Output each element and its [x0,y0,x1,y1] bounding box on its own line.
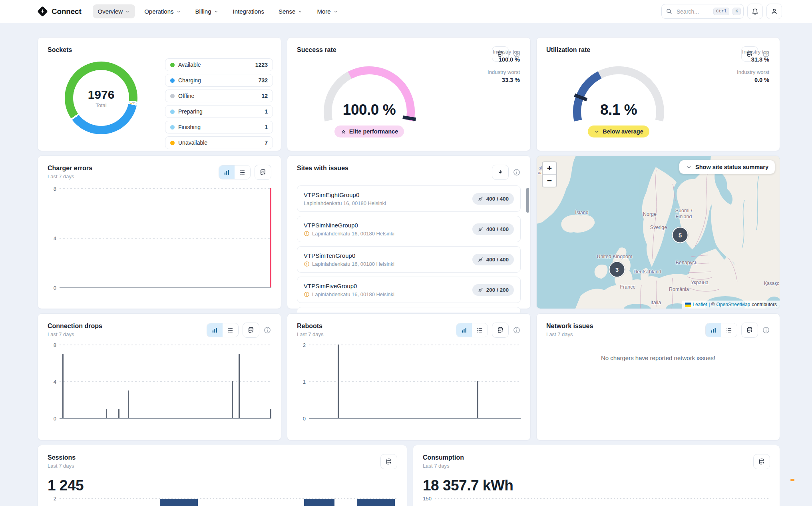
bar[interactable] [270,409,271,418]
zoom-in-button[interactable]: + [543,162,556,175]
sites-map[interactable]: + − Show site status summary ÍslandNorge… [536,155,780,309]
bar[interactable] [62,354,64,418]
map-country-label: Қазақс [764,281,780,286]
sockets-donut-chart[interactable]: 1976 Total [65,62,137,134]
info-icon[interactable] [513,326,521,334]
map-country-label: United Kingdom [597,254,633,259]
legend-item-available[interactable]: Available1223 [165,58,273,71]
sessions-chart[interactable]: 2 [48,499,397,506]
bar[interactable] [477,381,478,418]
donut-center: 1976 Total [73,70,129,126]
list-view-button[interactable] [721,323,737,337]
bar-chart-icon [223,169,230,176]
legend-item-unavailable[interactable]: Unavailable7 [165,136,273,149]
map-country-label: Deutschland [633,269,661,275]
status-dot [170,63,175,67]
legend-item-preparing[interactable]: Preparing1 [165,105,273,118]
card-title: Connection drops [48,323,102,330]
view-toggle [705,323,737,337]
list-view-button[interactable] [472,323,488,337]
site-address: Lapinlahdenkatu 16, 00180 Helsinki [312,291,394,297]
info-icon[interactable] [263,326,271,334]
bar-chart-view-button[interactable] [706,323,721,337]
data-source-button[interactable] [243,323,259,338]
data-source-button[interactable] [380,454,397,469]
map-country-label: Finland [676,214,692,219]
openstreetmap-link[interactable]: OpenStreetMap [716,302,750,307]
search-input[interactable] [676,8,710,15]
site-status-summary-button[interactable]: Show site status summary [679,160,775,174]
charger-errors-chart[interactable]: 840 [48,189,271,288]
site-row[interactable]: VTPSimEightGroup0Lapinlahdenkatu 16, 001… [297,185,521,212]
bar-chart-view-button[interactable] [207,323,223,337]
site-row[interactable]: VTPSimFiveGroup0Lapinlahdenkatu 16, 0018… [297,277,521,303]
zoom-out-button[interactable]: − [543,175,556,187]
bar[interactable] [128,390,129,418]
list-view-button[interactable] [235,165,250,179]
nav-item-operations[interactable]: Operations [139,4,186,18]
nav-item-more[interactable]: More [312,4,343,18]
data-source-button[interactable] [492,323,509,338]
bar[interactable] [304,499,334,506]
map-country-label: Ísland [575,210,588,215]
legend-item-offline[interactable]: Offline12 [165,90,273,102]
nav-item-integrations[interactable]: Integrations [228,4,269,18]
legend-item-finishing[interactable]: Finishing1 [165,121,273,133]
leaflet-link[interactable]: Leaflet [693,302,707,307]
bar-chart-view-button[interactable] [219,165,235,179]
bar[interactable] [106,409,107,418]
list-view-button[interactable] [223,323,238,337]
legend-label: Unavailable [178,139,207,146]
info-icon[interactable] [762,326,770,334]
site-address: Lapinlahdenkatu 16, 00180 Helsinki [312,231,394,237]
data-source-button[interactable] [753,454,770,469]
bar[interactable] [232,381,233,418]
warning-icon [304,261,310,267]
warning-icon [304,291,310,297]
site-address: Lapinlahdenkatu 16, 00180 Helsinki [312,261,394,267]
site-name: VTPSimFiveGroup0 [304,283,394,289]
site-cluster-marker[interactable]: 5 [672,227,689,243]
brand-name: Connect [52,7,82,16]
search-box[interactable]: Ctrl K [661,4,744,19]
bar[interactable] [160,499,198,506]
map-country-label: France [620,284,636,290]
list-scrollbar[interactable] [526,188,529,213]
data-source-button[interactable] [255,165,271,180]
empty-state-message: No chargers have reported network issues… [546,355,770,361]
bar-chart-icon [211,327,218,334]
bar[interactable] [239,354,240,418]
bar-chart-icon [710,327,717,334]
data-source-button[interactable] [741,323,758,338]
nav-item-billing[interactable]: Billing [190,4,224,18]
bar[interactable] [118,409,119,418]
bar[interactable] [357,499,395,506]
site-row[interactable]: VTPSimNineGroup0Lapinlahdenkatu 16, 0018… [297,216,521,242]
brand[interactable]: Connect [37,6,82,17]
bar[interactable] [270,188,271,287]
notifications-button[interactable] [747,4,763,19]
card-subtitle: Last 7 days [48,331,102,337]
site-row[interactable]: VTPSimTenGroup0Lapinlahdenkatu 16, 00180… [297,246,521,273]
nav-item-sense[interactable]: Sense [273,4,308,18]
card-title: Sites with issues [297,165,348,172]
info-icon[interactable] [513,168,521,176]
connection-drops-chart[interactable]: 840 [48,345,271,418]
bar[interactable] [338,345,339,418]
site-name: VTPSimTenGroup0 [304,252,394,259]
reboots-chart[interactable]: 210 [297,345,521,418]
industry-top-label: Industry top [488,49,520,55]
site-address: Lapinlahdenkatu 16, 00180 Helsinki [304,200,386,206]
success-rate-value: 100.0 % [309,102,429,118]
account-button[interactable] [766,4,782,19]
nav-item-overview[interactable]: Overview [93,4,135,18]
consumption-card: Consumption Last 7 days 18 357.7 kWh 150 [413,445,780,506]
bar-chart-view-button[interactable] [456,323,472,337]
site-cluster-marker[interactable]: 3 [609,261,625,278]
map-country-label: Norge [643,211,657,217]
legend-item-charging[interactable]: Charging732 [165,74,273,87]
consumption-chart[interactable]: 150 [423,499,770,506]
site-row-partial[interactable] [297,307,521,313]
chevron-down-icon [333,9,338,14]
download-button[interactable] [492,165,509,180]
